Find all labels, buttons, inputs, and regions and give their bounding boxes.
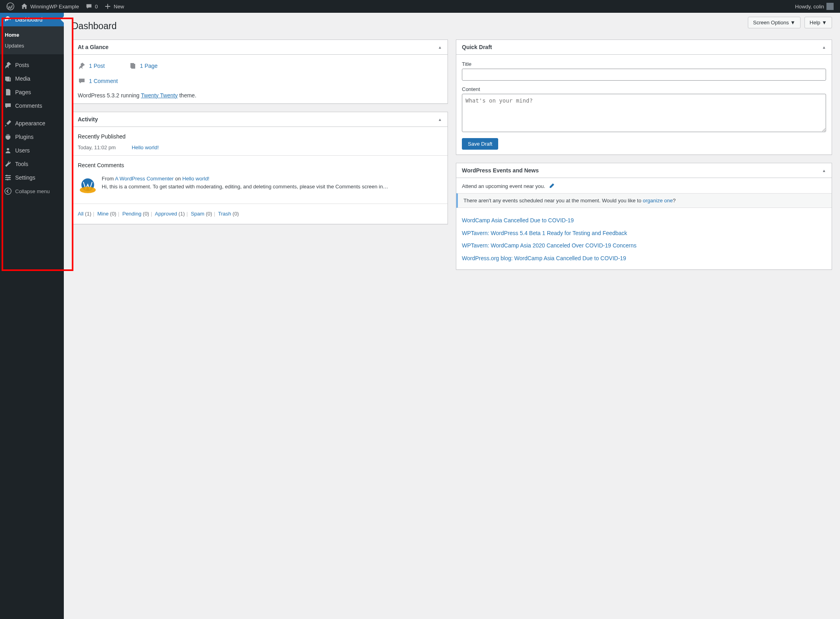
sidebar-label: Users [15,147,30,154]
submenu-home[interactable]: Home [0,30,64,40]
attend-text: Attend an upcoming event near you. [462,183,545,189]
admin-sidebar: Dashboard Home Updates Posts Media Pages… [0,13,64,286]
activity-widget: Activity ▲ Recently Published Today, 11:… [72,112,448,224]
widget-header[interactable]: Quick Draft ▲ [456,40,832,55]
sidebar-label: Media [15,75,30,82]
comment-post-link[interactable]: Hello world! [182,176,209,182]
sidebar-label: Comments [15,103,42,109]
widget-title: WordPress Events and News [462,167,539,174]
svg-point-4 [7,179,8,180]
toggle-icon[interactable]: ▲ [822,45,826,49]
filter-pending[interactable]: Pending [122,211,142,217]
glance-pages[interactable]: 1 Page [129,62,158,70]
news-link[interactable]: WordCamp Asia Cancelled Due to COVID-19 [462,214,826,227]
draft-content-input[interactable] [462,94,826,132]
site-name-link[interactable]: WinningWP Example [18,0,82,13]
filter-spam[interactable]: Spam [191,211,204,217]
dashboard-icon [4,16,12,24]
published-row: Today, 11:02 pm Hello world! [78,144,442,155]
new-content-link[interactable]: New [101,0,127,13]
new-label: New [114,4,124,10]
sidebar-item-comments[interactable]: Comments [0,99,64,113]
quick-draft-widget: Quick Draft ▲ Title Content Save Draft [456,40,832,155]
sidebar-item-posts[interactable]: Posts [0,58,64,72]
filter-mine[interactable]: Mine [97,211,108,217]
brush-icon [4,119,12,127]
my-account[interactable]: Howdy, colin [792,0,837,13]
toggle-icon[interactable]: ▲ [438,117,442,122]
toggle-icon[interactable]: ▲ [822,168,826,173]
sidebar-item-settings[interactable]: Settings [0,171,64,184]
widget-header[interactable]: At a Glance ▲ [72,40,448,55]
theme-link[interactable]: Twenty Twenty [141,92,177,99]
edit-location-icon[interactable] [548,183,555,189]
dashboard-submenu: Home Updates [0,26,64,54]
sidebar-label: Pages [15,89,31,95]
toggle-icon[interactable]: ▲ [438,45,442,49]
sidebar-item-plugins[interactable]: Plugins [0,130,64,144]
pages-icon [129,62,137,70]
user-icon [4,146,12,154]
comment-icon [85,3,93,10]
sidebar-item-media[interactable]: Media [0,72,64,85]
news-link[interactable]: WPTavern: WordCamp Asia 2020 Canceled Ov… [462,239,826,252]
site-name: WinningWP Example [30,4,79,10]
comment-author-link[interactable]: A WordPress Commenter [115,176,174,182]
no-events-notice: There aren't any events scheduled near y… [456,193,832,208]
comment-icon [4,102,12,110]
filter-approved[interactable]: Approved [155,211,177,217]
sidebar-label: Settings [15,174,35,181]
svg-point-1 [7,148,9,150]
sidebar-item-appearance[interactable]: Appearance [0,117,64,130]
howdy-text: Howdy, colin [795,4,824,10]
filter-trash[interactable]: Trash [218,211,231,217]
glance-comments[interactable]: 1 Comment [78,77,442,85]
svg-point-2 [6,175,8,176]
widget-header[interactable]: WordPress Events and News ▲ [456,163,832,178]
widget-header[interactable]: Activity ▲ [72,112,448,127]
comment-item: From A WordPress Commenter on Hello worl… [78,172,442,203]
avatar-icon [826,3,834,10]
content-label: Content [462,86,826,92]
collapse-icon [4,187,12,195]
widget-title: At a Glance [78,44,108,50]
media-icon [4,75,12,83]
submenu-updates[interactable]: Updates [0,40,64,51]
page-title: Dashboard [72,21,832,32]
sidebar-label: Dashboard [15,16,43,23]
collapse-menu[interactable]: Collapse menu [0,184,64,198]
sliders-icon [4,174,12,182]
screen-options-button[interactable]: Screen Options ▼ [748,17,801,28]
pin-icon [78,62,86,70]
svg-point-5 [5,188,11,194]
wapuu-avatar [78,175,98,195]
glance-posts[interactable]: 1 Post [78,62,105,70]
sidebar-label: Tools [15,161,28,167]
wp-version: WordPress 5.3.2 running Twenty Twenty th… [78,91,442,99]
comment-meta: From A WordPress Commenter on Hello worl… [102,175,388,183]
wordpress-icon [6,2,14,10]
at-a-glance-widget: At a Glance ▲ 1 Post 1 Page [72,40,448,104]
sidebar-label: Posts [15,62,29,68]
news-link[interactable]: WordPress.org blog: WordCamp Asia Cancel… [462,252,826,265]
comments-link[interactable]: 0 [82,0,101,13]
sidebar-item-users[interactable]: Users [0,144,64,157]
help-button[interactable]: Help ▼ [805,17,832,28]
save-draft-button[interactable]: Save Draft [462,138,498,150]
publish-title-link[interactable]: Hello world! [132,144,159,150]
organize-link[interactable]: organize one [643,198,673,204]
title-label: Title [462,61,826,67]
comment-text: Hi, this is a comment. To get started wi… [102,183,388,191]
wrench-icon [4,160,12,168]
pages-icon [4,88,12,96]
sidebar-item-tools[interactable]: Tools [0,157,64,171]
wp-logo[interactable] [3,0,18,13]
home-icon [21,3,28,10]
draft-title-input[interactable] [462,69,826,81]
recent-comments-heading: Recent Comments [78,162,442,168]
filter-all[interactable]: All [78,211,83,217]
news-link[interactable]: WPTavern: WordPress 5.4 Beta 1 Ready for… [462,227,826,240]
sidebar-item-pages[interactable]: Pages [0,85,64,99]
sidebar-item-dashboard[interactable]: Dashboard [0,13,64,26]
header-actions: Screen Options ▼ Help ▼ [745,17,832,28]
